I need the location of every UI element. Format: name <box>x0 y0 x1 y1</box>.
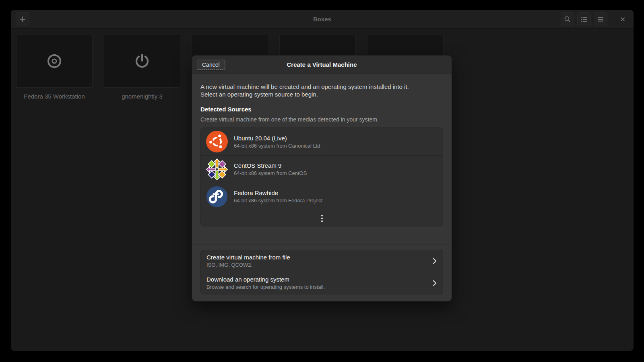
other-sources-list: Create virtual machine from file ISO, IM… <box>200 250 443 294</box>
chevron-right-icon <box>432 257 437 265</box>
vertical-ellipsis-icon <box>321 214 323 222</box>
centos-logo-icon <box>206 158 228 181</box>
action-text: Create virtual machine from file ISO, IM… <box>206 254 290 268</box>
intro-line-1: A new virtual machine will be created an… <box>200 83 443 90</box>
source-row-ubuntu[interactable]: Ubuntu 20.04 (Live) 64-bit x86 system fr… <box>201 128 443 155</box>
source-name: CentOS Stream 9 <box>234 162 307 169</box>
action-title: Create virtual machine from file <box>206 254 290 261</box>
intro-line-2: Select an operating system source to beg… <box>200 90 443 98</box>
screen: Boxes <box>0 0 644 362</box>
more-sources-button[interactable] <box>201 210 443 226</box>
section-separator <box>192 245 452 245</box>
ubuntu-logo-icon <box>206 130 228 153</box>
source-name: Ubuntu 20.04 (Live) <box>234 135 320 142</box>
source-description: 64-bit x86 system from CentOS <box>234 170 307 176</box>
dialog-intro: A new virtual machine will be created an… <box>200 83 443 98</box>
action-title: Download an operating system <box>206 276 325 283</box>
download-os-row[interactable]: Download an operating system Browse and … <box>201 272 443 294</box>
action-subtitle: ISO, IMG, QCOW2. <box>206 262 290 268</box>
source-text: Fedora Rawhide 64-bit x86 system from Fe… <box>234 189 322 204</box>
chevron-right-icon <box>432 280 437 287</box>
source-text: Ubuntu 20.04 (Live) 64-bit x86 system fr… <box>234 135 320 149</box>
cancel-button[interactable]: Cancel <box>196 59 226 71</box>
action-subtitle: Browse and search for operating systems … <box>206 284 325 290</box>
detected-sources-heading: Detected Sources <box>200 106 443 113</box>
dialog-title: Create a Virtual Machine <box>192 61 452 68</box>
source-row-fedora[interactable]: Fedora Rawhide 64-bit x86 system from Fe… <box>201 183 443 210</box>
detected-sources-list: Ubuntu 20.04 (Live) 64-bit x86 system fr… <box>200 128 443 226</box>
source-text: CentOS Stream 9 64-bit x86 system from C… <box>234 162 307 176</box>
create-from-file-row[interactable]: Create virtual machine from file ISO, IM… <box>201 250 443 272</box>
source-description: 64-bit x86 system from Fedora Project <box>234 197 322 204</box>
fedora-logo-icon <box>206 185 228 208</box>
dialog-body: A new virtual machine will be created an… <box>192 74 452 301</box>
source-row-centos[interactable]: CentOS Stream 9 64-bit x86 system from C… <box>201 155 443 183</box>
action-text: Download an operating system Browse and … <box>206 276 325 290</box>
detected-sources-caption: Create virtual machine from one of the m… <box>200 116 443 123</box>
dialog-header: Cancel Create a Virtual Machine <box>192 56 452 74</box>
source-description: 64-bit x86 system from Canonical Ltd <box>234 143 320 149</box>
create-vm-dialog: Cancel Create a Virtual Machine A new vi… <box>192 56 452 301</box>
source-name: Fedora Rawhide <box>234 189 322 196</box>
